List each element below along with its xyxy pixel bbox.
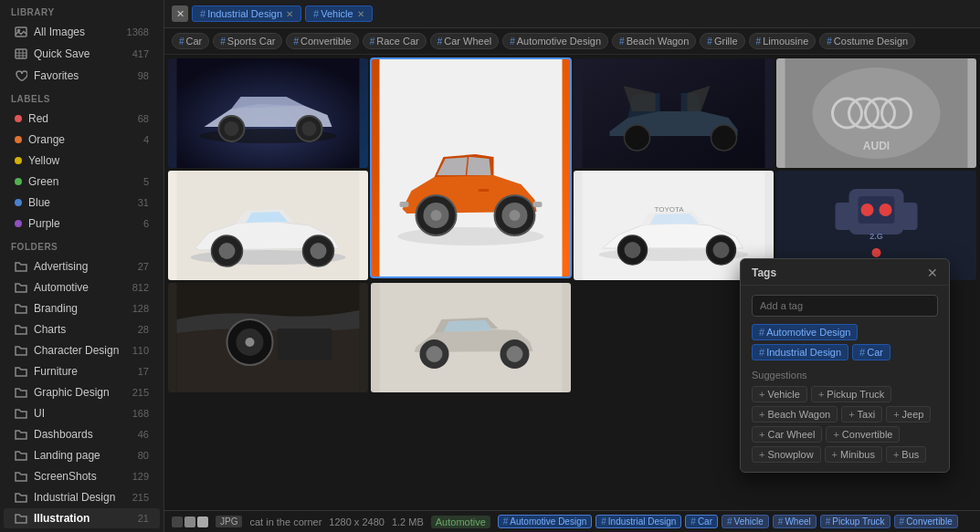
label-dot-red — [15, 115, 22, 122]
clear-filter-button[interactable]: ✕ — [172, 5, 188, 22]
favorites-count: 98 — [138, 70, 149, 81]
status-tag-automotive-design[interactable]: #Automotive Design — [498, 515, 593, 528]
folder-count-automotive: 812 — [132, 282, 149, 293]
image-cell[interactable]: AUDI — [776, 58, 976, 168]
status-bar: JPG cat in the corner 1280 x 2480 1.2 MB… — [164, 510, 980, 532]
label-dot-blue — [15, 199, 22, 206]
sidebar-item-automotive[interactable]: Automotive 812 — [4, 277, 160, 297]
folder-icon — [15, 281, 27, 294]
svg-point-64 — [507, 346, 523, 362]
chips-container: #Car#Sports Car#Convertible#Race Car#Car… — [172, 33, 915, 49]
suggestion-chip-minibus[interactable]: +Minibus — [825, 446, 882, 463]
modal-existing-tag-automotive-design[interactable]: #Automotive Design — [752, 324, 858, 340]
status-tag-pickup-truck[interactable]: #Pickup Truck — [820, 515, 890, 528]
sidebar-item-illustration[interactable]: Illustration 21 — [4, 508, 160, 528]
tag-chip-sports-car[interactable]: #Sports Car — [213, 33, 282, 49]
lightning-icon — [15, 47, 27, 60]
sidebar-item-orange[interactable]: Orange 4 — [4, 130, 160, 150]
sidebar-item-industrial-design[interactable]: Industrial Design 215 — [4, 487, 160, 507]
filter-bar: ✕ #Industrial Design✕#Vehicle✕ — [164, 0, 980, 28]
active-filter-industrial-design[interactable]: #Industrial Design✕ — [192, 5, 301, 22]
modal-existing-tag-car[interactable]: #Car — [852, 344, 890, 360]
suggestion-chip-taxi[interactable]: +Taxi — [841, 406, 882, 422]
tag-chip-limousine[interactable]: #Limousine — [749, 33, 817, 49]
image-cell[interactable] — [168, 58, 368, 168]
tag-chip-automotive-design[interactable]: #Automotive Design — [502, 33, 608, 49]
modal-close-button[interactable]: ✕ — [927, 266, 938, 279]
sidebar-item-branding[interactable]: Branding 128 — [4, 298, 160, 318]
sidebar-item-charts[interactable]: Charts 28 — [4, 319, 160, 339]
tag-chips-bar: #Car#Sports Car#Convertible#Race Car#Car… — [164, 28, 980, 55]
label-dot-orange — [15, 136, 22, 143]
sidebar-item-dashboards[interactable]: Dashboards 46 — [4, 424, 160, 444]
folder-icon — [15, 344, 27, 357]
modal-existing-tag-industrial-design[interactable]: #Industrial Design — [752, 344, 848, 360]
sidebar-item-ui[interactable]: UI 168 — [4, 403, 160, 423]
image-cell[interactable] — [574, 58, 774, 168]
label-count-blue: 31 — [138, 197, 149, 208]
folder-label-ui: UI — [34, 407, 132, 420]
sidebar-item-purple[interactable]: Purple 6 — [4, 214, 160, 234]
sidebar-item-red[interactable]: Red 68 — [4, 109, 160, 129]
sidebar-item-yellow[interactable]: Yellow — [4, 151, 160, 171]
tag-chip-car-wheel[interactable]: #Car Wheel — [430, 33, 500, 49]
sidebar-item-favorites[interactable]: Favorites 98 — [4, 66, 160, 86]
label-name-blue: Blue — [28, 196, 138, 209]
sidebar-item-advertising[interactable]: Advertising 27 — [4, 256, 160, 276]
file-folder: Automotive — [431, 516, 490, 528]
tag-chip-grille[interactable]: #Grille — [700, 33, 744, 49]
folder-count-furniture: 17 — [138, 366, 149, 377]
suggestion-chip-pickup-truck[interactable]: +Pickup Truck — [811, 386, 891, 402]
tag-chip-beach-wagon[interactable]: #Beach Wagon — [612, 33, 696, 49]
image-cell[interactable] — [371, 283, 571, 392]
svg-text:AUDI: AUDI — [863, 140, 890, 152]
folder-icon — [15, 386, 27, 399]
folder-icon — [15, 260, 27, 273]
suggestion-chip-jeep[interactable]: +Jeep — [886, 406, 931, 422]
image-cell[interactable] — [168, 283, 368, 392]
svg-point-50 — [861, 203, 874, 216]
tag-chip-convertible[interactable]: #Convertible — [286, 33, 358, 49]
folder-count-industrial-design: 215 — [132, 492, 149, 503]
status-tag-wheel[interactable]: #Wheel — [773, 515, 817, 528]
status-tag-convertible[interactable]: #Convertible — [894, 515, 958, 528]
tag-chip-race-car[interactable]: #Race Car — [363, 33, 427, 49]
image-cell[interactable] — [168, 171, 368, 280]
file-dimensions: 1280 x 2480 — [329, 516, 385, 527]
label-count-purple: 6 — [143, 218, 149, 229]
status-tag-vehicle[interactable]: #Vehicle — [722, 515, 769, 528]
tag-input[interactable] — [752, 295, 938, 317]
folder-icon — [15, 428, 27, 441]
folder-count-graphic-design: 215 — [132, 387, 149, 398]
image-cell-selected[interactable] — [371, 58, 571, 277]
suggestion-chip-beach-wagon[interactable]: +Beach Wagon — [752, 406, 838, 422]
sidebar-item-quick-save[interactable]: Quick Save 417 — [4, 44, 160, 64]
sidebar: LIBRARY All Images 1368 Quick Save 417 F… — [0, 0, 164, 532]
sidebar-item-green[interactable]: Green 5 — [4, 172, 160, 192]
sidebar-item-character-design[interactable]: Character Design 110 — [4, 340, 160, 360]
sidebar-item-landing-page[interactable]: Landing page 80 — [4, 445, 160, 465]
sidebar-item-graphic-design[interactable]: Graphic Design 215 — [4, 382, 160, 402]
svg-point-37 — [311, 243, 327, 259]
modal-body: #Automotive Design#Industrial Design#Car… — [741, 286, 949, 472]
sidebar-item-furniture[interactable]: Furniture 17 — [4, 361, 160, 381]
sidebar-item-blue[interactable]: Blue 31 — [4, 193, 160, 213]
suggestion-chip-convertible[interactable]: +Convertible — [826, 426, 900, 443]
status-tag-industrial-design[interactable]: #Industrial Design — [595, 515, 681, 528]
suggestion-chip-bus[interactable]: +Bus — [886, 446, 926, 463]
active-filter-vehicle[interactable]: #Vehicle✕ — [305, 5, 373, 22]
suggestions-title: Suggestions — [752, 370, 938, 381]
svg-point-6 — [225, 121, 239, 136]
sidebar-item-all-images[interactable]: All Images 1368 — [4, 22, 160, 42]
status-tags: #Automotive Design#Industrial Design#Car… — [498, 515, 958, 528]
sidebar-item-screenshots[interactable]: ScreenShots 129 — [4, 466, 160, 486]
tag-chip-costume-design[interactable]: #Costume Design — [819, 33, 915, 49]
file-size: 1.2 MB — [392, 516, 424, 527]
status-tag-car[interactable]: #Car — [685, 515, 718, 528]
folder-count-screenshots: 129 — [132, 471, 149, 482]
suggestion-chip-car-wheel[interactable]: +Car Wheel — [752, 426, 822, 443]
tag-chip-car[interactable]: #Car — [172, 33, 209, 49]
label-name-green: Green — [28, 175, 143, 188]
suggestion-chip-snowplow[interactable]: +Snowplow — [752, 446, 821, 463]
suggestion-chip-vehicle[interactable]: +Vehicle — [752, 386, 807, 402]
